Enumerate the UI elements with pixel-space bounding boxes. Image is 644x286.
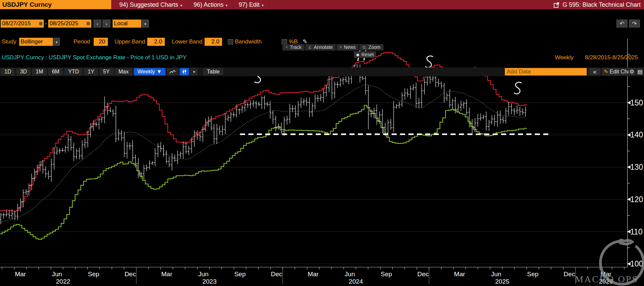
redo-button[interactable]: ↷ [629,20,640,28]
period-label: Period [73,38,90,46]
tab-5y[interactable]: 5Y [99,68,114,75]
chart-subtitle-bar: USDJPY Curncy : USDJPY Spot Exchange Rat… [0,54,644,61]
add-data-input[interactable]: Add Data [505,68,587,75]
tab-1m[interactable]: 1M [32,68,47,75]
candle-chart-type-button[interactable] [180,68,189,75]
svg-text:2023: 2023 [202,278,216,285]
svg-text:Dec: Dec [417,271,429,278]
svg-text:Mar: Mar [454,271,465,278]
tab-3d[interactable]: 3D [16,68,30,75]
svg-text:Jun: Jun [198,271,209,278]
pctb-checkbox[interactable] [282,39,287,44]
frequency-dropdown[interactable]: Weekly ▼ [134,68,165,75]
study-label: Study [2,38,16,46]
note-icon: ▤ [637,69,642,74]
date-range-bar: 08/27/2015▦ - 08/25/2025▦ ‹ › Local CCY … [0,20,644,28]
svg-text:100: 100 [630,259,643,268]
tab-1d[interactable]: 1D [1,68,15,75]
settings-button[interactable]: ⚙ [628,68,635,75]
svg-text:Sep: Sep [234,271,246,278]
upper-band-input[interactable]: 2.0 [147,38,165,46]
magnifier-icon [362,45,366,50]
study-select[interactable]: Bollinger [19,38,53,46]
security-description: USDJPY Curncy : USDJPY Spot Exchange Rat… [2,54,186,61]
track-button[interactable]: + Track [282,44,305,51]
prev-period-button[interactable]: ‹ [93,20,101,28]
svg-text:140: 140 [630,130,643,139]
bandwidth-label: Bandwidth [235,38,262,46]
upper-band-label: Upper Band [115,38,145,46]
svg-text:120: 120 [630,195,643,204]
svg-text:Mar: Mar [161,271,173,278]
svg-text:Jun: Jun [52,271,62,278]
currency-select[interactable]: Local CCY [113,20,141,28]
lower-band-label: Lower Band [172,38,203,46]
undo-button[interactable]: ↶ [616,20,627,28]
svg-text:150: 150 [630,98,643,107]
pencil-icon: ✎ [604,69,608,74]
chart-toolbar: 1D 3D 1M 6M YTD 1Y 5Y Max Weekly ▼ [0,67,644,76]
bloomberg-terminal-screen: 100110120130140150160MarJunSepDec2022Mar… [0,0,644,286]
period-input[interactable]: 20 [94,38,108,46]
svg-text:2025: 2025 [495,278,509,285]
next-period-button[interactable]: › [102,20,111,28]
tab-max[interactable]: Max [115,68,132,75]
study-dropdown-arrow[interactable]: ▾ [53,38,60,46]
external-link-icon[interactable] [554,2,559,8]
security-ticker-input[interactable]: USDJPY Curncy [0,0,111,9]
chevron-down-icon: ▾ [180,3,182,8]
svg-text:2024: 2024 [349,278,363,285]
window-title: G 595: Black Technical Chart [562,0,641,9]
lower-band-input[interactable]: 2.0 [205,38,222,46]
start-date-field[interactable]: 08/27/2015▦ [1,20,44,28]
crosshair-icon: + [285,44,288,51]
gear-icon: ⚙ [630,69,634,74]
reset-dot-icon: ◉ [356,51,360,58]
menu-suggested-charts[interactable]: 94) Suggested Charts▾ [114,0,188,9]
calendar-icon[interactable]: ▦ [86,21,91,26]
news-icon: ≡ [339,44,342,51]
svg-text:Mar: Mar [15,271,26,278]
candlestick-icon [182,69,187,74]
calendar-icon[interactable]: ▦ [39,21,43,26]
svg-text:Mar: Mar [308,271,319,278]
annotate-icon: ∠ [308,44,312,51]
currency-dropdown-arrow[interactable]: ▾ [142,20,149,28]
end-date-field[interactable]: 08/25/2025▦ [48,20,91,28]
svg-text:MACRO OPS: MACRO OPS [575,274,638,284]
news-button[interactable]: ≡ News [336,44,359,51]
menu-edit[interactable]: 97) Edit▾ [233,0,269,9]
tab-1y[interactable]: 1Y [84,68,98,75]
svg-text:2022: 2022 [56,278,70,285]
svg-text:110: 110 [630,227,643,236]
line-chart-type-button[interactable] [167,68,178,75]
svg-text:Jun: Jun [345,271,355,278]
date-separator: - [45,20,47,28]
notes-button[interactable]: ▤ [637,68,643,75]
svg-text:Sep: Sep [381,271,392,278]
bandwidth-checkbox[interactable] [228,39,233,44]
date-range-label: 8/28/2015-8/25/2025 [585,54,638,61]
menu-actions[interactable]: 96) Actions▾ [188,0,233,9]
zoom-reset-button[interactable]: ◉ Reset [354,51,376,58]
tab-6m[interactable]: 6M [48,68,63,75]
tab-ytd[interactable]: YTD [64,68,83,75]
title-menu-bar: USDJPY Curncy 94) Suggested Charts▾ 96) … [0,0,644,9]
frequency-label: Weekly [555,54,574,61]
chevron-down-icon: ▾ [225,3,227,8]
collapse-panel-button[interactable]: « [589,68,601,75]
svg-text:Dec: Dec [271,271,282,278]
table-button[interactable]: Table [203,68,223,75]
svg-text:Dec: Dec [124,271,136,278]
zoom-button[interactable]: Zoom [359,44,384,51]
chevron-down-icon: ▾ [262,3,264,8]
line-chart-icon [169,70,176,74]
svg-text:Jun: Jun [491,271,501,278]
svg-text:Sep: Sep [527,271,539,278]
svg-text:Dec: Dec [564,271,575,278]
svg-text:Sep: Sep [88,271,99,278]
chart-overlay-toolbar: + Track ∠ Annotate ≡ News Zoom [282,44,384,51]
svg-text:130: 130 [630,163,643,171]
chart-type-dropdown-arrow[interactable]: ▾ [190,68,198,75]
annotate-button[interactable]: ∠ Annotate [305,44,336,51]
